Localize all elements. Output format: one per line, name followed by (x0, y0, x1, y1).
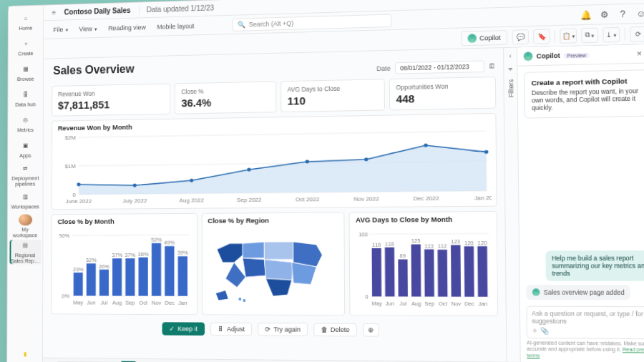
adjust-button[interactable]: 🎚Adjust (210, 323, 252, 336)
menu-mobile[interactable]: Mobile layout (155, 20, 195, 33)
svg-text:Jan 2023: Jan 2023 (474, 195, 492, 201)
copilot-icon (532, 288, 540, 296)
rail-workspaces[interactable]: ▥Workspaces (9, 188, 41, 212)
help-icon[interactable]: ? (618, 9, 628, 19)
svg-text:Sep 2022: Sep 2022 (237, 197, 262, 203)
svg-text:July 2022: July 2022 (122, 197, 147, 204)
nav-toggle-icon[interactable]: ≡ (52, 9, 57, 16)
chart-close-month[interactable]: Close % by Month 0%50%23%May32%Jun26%Jul… (52, 213, 197, 315)
svg-text:32%: 32% (86, 257, 97, 263)
rail-metrics[interactable]: ◎Metrics (10, 112, 42, 136)
svg-rect-33 (99, 270, 109, 296)
rail-myworkspace[interactable]: My workspace (9, 214, 41, 238)
bell-icon[interactable]: 🔔 (580, 10, 591, 21)
date-range-input[interactable] (395, 60, 484, 74)
powerbi-icon: ▮ (19, 348, 30, 360)
copilot-pane: Copilot Preview ✕ ⋯ Create a report with… (517, 44, 644, 362)
report-canvas: Sales Overview Date 🗓 Revenue Won$7,811,… (43, 48, 507, 362)
svg-text:120: 120 (464, 240, 474, 247)
svg-text:0: 0 (366, 293, 369, 300)
nav-rail: ⌂Home ＋Create ▦Browse 🗄Data hub ◎Metrics… (7, 6, 44, 362)
delete-button[interactable]: 🗑Delete (313, 323, 357, 336)
more-actions-button[interactable]: ⊕ (363, 323, 379, 337)
chart-revenue-month[interactable]: Revenue Won by Month 0$1M$2MJune 2022Jul… (52, 113, 497, 210)
copilot-button[interactable]: Copilot (461, 29, 507, 45)
svg-rect-84 (478, 246, 488, 297)
svg-point-14 (484, 150, 489, 154)
svg-text:37%: 37% (112, 252, 122, 258)
svg-text:May: May (372, 300, 383, 307)
svg-rect-30 (87, 263, 96, 295)
plus-circle-icon: ＋ (20, 39, 31, 50)
copilot-icon (524, 52, 533, 61)
rail-create[interactable]: ＋Create (10, 35, 42, 60)
svg-text:Nov: Nov (152, 300, 162, 306)
menu-file[interactable]: File▾ (52, 24, 69, 36)
feedback-icon[interactable]: ☺ (635, 9, 644, 19)
svg-rect-51 (178, 256, 187, 296)
rail-home[interactable]: ⌂Home (10, 10, 42, 35)
kpi-close[interactable]: Close %36.4% (175, 81, 276, 114)
global-search[interactable]: 🔍 Search (Alt +Q) (233, 14, 392, 31)
gear-icon[interactable]: ⚙ (599, 9, 610, 20)
svg-text:Oct: Oct (139, 300, 148, 306)
svg-line-58 (370, 233, 489, 234)
kpi-revenue[interactable]: Revenue Won$7,811,851 (52, 84, 170, 117)
svg-text:23%: 23% (73, 266, 84, 273)
kpi-days[interactable]: AVG Days to Close110 (280, 79, 385, 112)
kpi-opps[interactable]: Opportunities Won448 (389, 77, 496, 110)
refresh-button[interactable]: ⟳ (630, 26, 644, 41)
date-label: Date (376, 64, 391, 72)
svg-point-55 (243, 299, 245, 302)
svg-text:Aug 2022: Aug 2022 (180, 197, 204, 204)
try-again-button[interactable]: ⟳Try again (258, 323, 308, 336)
attach-icon[interactable]: 📎 (540, 327, 549, 335)
svg-rect-72 (424, 249, 434, 296)
chart-title: Close % by Month (58, 217, 192, 225)
rail-datahub[interactable]: 🗄Data hub (10, 86, 42, 111)
rail-browse[interactable]: ▦Browse (10, 61, 42, 86)
menu-view[interactable]: View▾ (77, 23, 98, 35)
svg-text:50%: 50% (59, 233, 70, 239)
preview-badge: Preview (564, 52, 589, 58)
datahub-icon: 🗄 (20, 89, 31, 101)
copilot-disclaimer: AI-generated content can have mistakes. … (520, 340, 644, 362)
more-icon: ⊕ (368, 326, 374, 333)
menu-reading[interactable]: Reading view (107, 21, 147, 34)
paste-button[interactable]: 📋▾ (560, 28, 577, 44)
svg-text:Jun: Jun (386, 300, 394, 307)
svg-text:Jul: Jul (400, 300, 407, 308)
svg-text:$2M: $2M (65, 134, 76, 141)
rail-deploy[interactable]: ⇄Deployment pipelines (9, 163, 41, 187)
chart-close-region[interactable]: Close % by Region (201, 212, 345, 315)
svg-text:26%: 26% (99, 263, 109, 270)
metrics-icon: ◎ (20, 114, 31, 126)
copilot-hero: Create a report with Copilot Describe th… (524, 69, 644, 119)
copilot-input[interactable]: Ask a question or request, or type / for… (526, 305, 644, 339)
chart-days-month[interactable]: AVG Days to Close by Month 0100116May118… (349, 211, 498, 316)
rail-current-report[interactable]: ▤Regional Sales Rep… (9, 240, 41, 264)
svg-rect-81 (464, 246, 474, 297)
system-message: Sales overview page added (526, 285, 630, 300)
svg-text:112: 112 (438, 243, 447, 250)
copy-button[interactable]: ⧉▾ (581, 27, 598, 43)
svg-text:118: 118 (385, 240, 394, 248)
svg-text:89: 89 (400, 253, 406, 260)
rail-powerbi[interactable]: ▮Power BI (9, 346, 40, 362)
close-icon[interactable]: ✕ (636, 50, 643, 58)
bookmark-button[interactable]: 🔖 (533, 29, 550, 44)
keep-button[interactable]: ✓Keep it (162, 322, 205, 336)
svg-rect-60 (372, 248, 382, 297)
svg-text:Nov 2022: Nov 2022 (353, 196, 379, 202)
svg-text:0%: 0% (62, 293, 69, 299)
sparkle-icon[interactable]: ✧ (532, 327, 538, 335)
svg-text:$1M: $1M (65, 163, 76, 170)
svg-text:0: 0 (72, 192, 75, 198)
rail-apps[interactable]: ▣Apps (9, 137, 41, 162)
calendar-icon[interactable]: 🗓 (489, 62, 496, 70)
export-button[interactable]: ⤓▾ (602, 26, 620, 42)
svg-text:Jun: Jun (87, 300, 95, 306)
chevron-down-icon: ▾ (65, 27, 68, 33)
check-icon: ✓ (169, 325, 175, 332)
comment-button[interactable]: 💬 (512, 29, 529, 44)
